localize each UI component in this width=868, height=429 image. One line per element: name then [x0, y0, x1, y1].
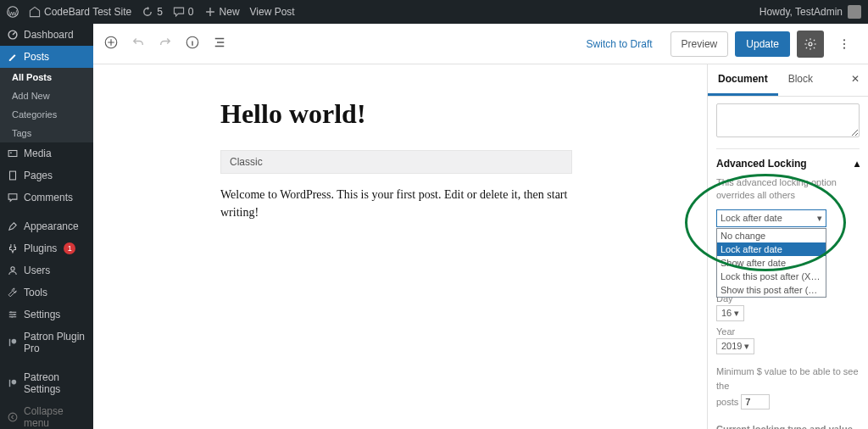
comments-link[interactable]: 0 [173, 6, 194, 18]
chevron-up-icon: ▴ [854, 158, 860, 170]
svg-point-5 [11, 267, 14, 270]
svg-point-16 [809, 42, 812, 46]
wp-logo[interactable] [7, 6, 19, 18]
svg-rect-10 [9, 339, 10, 346]
nav-dashboard[interactable]: Dashboard [0, 24, 93, 46]
outline-button[interactable] [212, 35, 227, 53]
nav-appearance[interactable]: Appearance [0, 215, 93, 237]
view-post-link[interactable]: View Post [250, 6, 295, 18]
year-select[interactable]: 2019 ▾ [716, 338, 754, 354]
advanced-locking-desc: This advanced locking option overrides a… [716, 176, 860, 203]
svg-point-8 [11, 316, 13, 318]
nav-media[interactable]: Media [0, 142, 93, 164]
preview-button[interactable]: Preview [670, 31, 729, 57]
new-content-link[interactable]: New [204, 6, 240, 18]
avatar[interactable] [848, 5, 861, 19]
nav-patron-plugin[interactable]: Patron Plugin Pro [0, 326, 93, 359]
svg-point-3 [10, 152, 12, 153]
nav-patreon-settings[interactable]: Patreon Settings [0, 366, 93, 400]
close-panel-button[interactable]: ✕ [843, 64, 868, 96]
nav-comments[interactable]: Comments [0, 187, 93, 209]
updates-link[interactable]: 5 [142, 6, 163, 18]
nav-pages[interactable]: Pages [0, 164, 93, 187]
nav-tools[interactable]: Tools [0, 281, 93, 304]
min-value-label: Minimum $ value to be able to see the [716, 366, 859, 392]
svg-point-7 [14, 314, 15, 315]
undo-button[interactable] [131, 35, 146, 53]
more-options-button[interactable] [831, 31, 858, 58]
plugins-badge: 1 [64, 242, 75, 254]
post-body[interactable]: Welcome to WordPress. This is your first… [220, 186, 576, 221]
locking-select[interactable]: Lock after date▾ [716, 209, 826, 227]
nav-tags[interactable]: Tags [0, 124, 93, 142]
nav-posts-submenu: All Posts Add New Categories Tags [0, 68, 93, 142]
document-panel: Document Block ✕ Advanced Locking▴ This … [707, 64, 868, 429]
post-editor[interactable]: Hello world! Classic Welcome to WordPres… [93, 64, 707, 429]
editor-main: Switch to Draft Preview Update Hello wor… [93, 24, 868, 429]
svg-point-13 [8, 413, 17, 421]
option-show-after-date[interactable]: Show after date [717, 256, 826, 270]
current-locking-header: Current locking type and value [716, 424, 860, 429]
collapse-menu[interactable]: Collapse menu [0, 400, 93, 429]
option-lock-after-date[interactable]: Lock after date [717, 242, 826, 256]
site-name-link[interactable]: CodeBard Test Site [29, 6, 131, 18]
account-greeting[interactable]: Howdy, TestAdmin [760, 6, 843, 18]
nav-all-posts[interactable]: All Posts [0, 68, 93, 86]
option-show-after-x-days[interactable]: Show this post after (X) days [717, 283, 826, 297]
svg-point-18 [843, 42, 845, 44]
advanced-locking-header[interactable]: Advanced Locking▴ [716, 148, 860, 176]
switch-draft-button[interactable]: Switch to Draft [576, 31, 664, 57]
locking-select-options: No change Lock after date Show after dat… [716, 228, 826, 298]
svg-point-19 [843, 47, 845, 48]
svg-point-6 [10, 311, 12, 313]
svg-point-17 [843, 39, 845, 41]
year-label: Year [716, 326, 860, 337]
redo-button[interactable] [158, 35, 173, 53]
day-select[interactable]: 16 ▾ [716, 305, 744, 321]
nav-users[interactable]: Users [0, 259, 93, 281]
update-button[interactable]: Update [735, 31, 790, 57]
nav-settings[interactable]: Settings [0, 304, 93, 326]
chevron-down-icon: ▾ [817, 213, 822, 224]
svg-rect-12 [9, 380, 10, 387]
nav-plugins[interactable]: Plugins1 [0, 237, 93, 259]
add-block-button[interactable] [103, 35, 119, 53]
svg-rect-2 [8, 151, 17, 157]
nav-categories[interactable]: Categories [0, 105, 93, 124]
post-title[interactable]: Hello world! [220, 98, 690, 130]
svg-point-9 [12, 339, 17, 344]
option-lock-after-x-days[interactable]: Lock this post after (X) days [717, 270, 826, 283]
info-button[interactable] [185, 35, 200, 53]
min-value-input[interactable] [741, 394, 770, 410]
panel-textarea[interactable] [716, 103, 860, 137]
option-no-change[interactable]: No change [717, 229, 826, 242]
tab-document[interactable]: Document [708, 64, 778, 96]
settings-gear-button[interactable] [797, 31, 824, 58]
classic-block-label[interactable]: Classic [220, 150, 572, 174]
nav-add-new[interactable]: Add New [0, 86, 93, 105]
tab-block[interactable]: Block [778, 64, 823, 96]
nav-posts[interactable]: Posts [0, 46, 93, 68]
admin-sidebar: Dashboard Posts All Posts Add New Catego… [0, 24, 93, 429]
editor-toolbar: Switch to Draft Preview Update [93, 24, 868, 64]
svg-rect-4 [10, 171, 16, 180]
admin-bar: CodeBard Test Site 5 0 New View Post How… [0, 0, 868, 24]
svg-point-11 [12, 380, 17, 385]
